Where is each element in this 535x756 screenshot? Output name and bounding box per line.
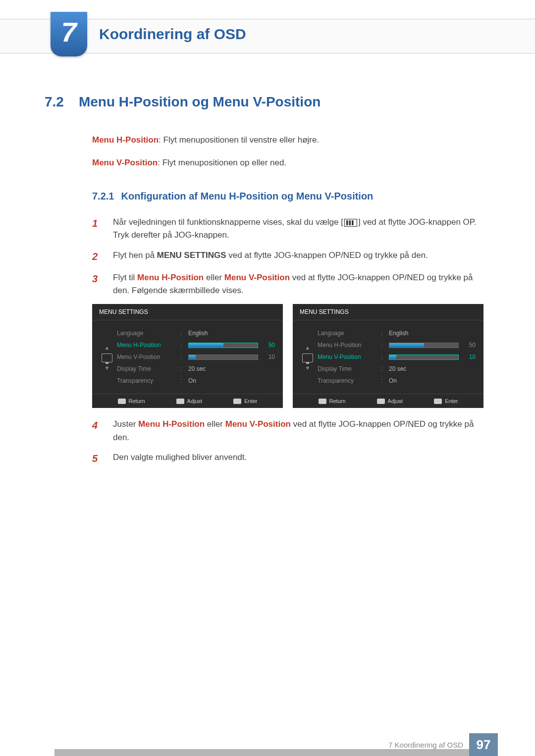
s3mid: eller xyxy=(204,273,224,282)
step-4: 4 Juster Menu H-Position eller Menu V-Po… xyxy=(92,418,490,444)
description-v-position: Menu V-Position: Flyt menupositionen op … xyxy=(92,156,490,169)
s4t2: Menu V-Position xyxy=(225,419,291,429)
osd-label-dtime: Display Time xyxy=(117,365,176,372)
osd-row-hpos: Menu H-Position : 50 xyxy=(117,339,275,351)
step-2: 2 Flyt hen på MENU SETTINGS ved at flytt… xyxy=(92,249,490,264)
step-2-text: Flyt hen på MENU SETTINGS ved at flytte … xyxy=(113,249,428,264)
down-arrow-icon: ▼ xyxy=(305,365,311,371)
osd-footer-return: Return xyxy=(319,398,346,404)
osd-slider-vpos: 10 xyxy=(389,354,476,360)
subsection-number: 7.2.1 xyxy=(92,191,114,202)
section-heading: 7.2 Menu H-Position og Menu V-Position xyxy=(45,94,490,110)
osd-title: MENU SETTINGS xyxy=(293,304,483,320)
osd-screenshots: MENU SETTINGS ▲ ▼ Language : English xyxy=(92,304,490,408)
osd-slider-hpos: 50 xyxy=(389,343,476,348)
osd-row-displaytime: Display Time : 20 sec xyxy=(318,363,476,375)
osd-row-language: Language : English xyxy=(318,327,476,339)
step-3: 3 Flyt til Menu H-Position eller Menu V-… xyxy=(92,271,490,298)
enter-icon xyxy=(434,399,442,404)
term-v-position: Menu V-Position xyxy=(92,158,158,167)
svg-rect-3 xyxy=(352,220,354,225)
osd-footer: Return Adjust Enter xyxy=(92,394,283,408)
osd-label-dtime: Display Time xyxy=(318,365,377,372)
osd-footer-adjust: Adjust xyxy=(176,398,203,404)
description-h-position: Menu H-Position: Flyt menupositionen til… xyxy=(92,134,490,147)
svg-rect-2 xyxy=(349,220,351,225)
s2term: MENU SETTINGS xyxy=(157,251,226,260)
step-number: 2 xyxy=(92,249,102,264)
osd-value-language: English xyxy=(389,330,408,337)
osd-row-vpos: Menu V-Position : 10 xyxy=(117,351,275,363)
osd-footer-return: Return xyxy=(118,398,145,404)
desc1-text: : Flyt menupositionen til venstre eller … xyxy=(159,135,319,145)
subsection-heading: 7.2.1Konfiguration af Menu H-Position og… xyxy=(92,191,490,202)
osd-label-trans: Transparency xyxy=(117,377,176,384)
osd-value-dtime: 20 sec xyxy=(389,365,406,372)
osd-value-hpos: 50 xyxy=(261,342,275,349)
section-number: 7.2 xyxy=(45,94,64,110)
osd-footer: Return Adjust Enter xyxy=(293,394,483,408)
step-number: 4 xyxy=(92,418,102,444)
step-5: 5 Den valgte mulighed bliver anvendt. xyxy=(92,451,490,466)
osd-label-language: Language xyxy=(117,330,176,337)
osd-row-hpos: Menu H-Position : 50 xyxy=(318,339,476,351)
footer-page-number: 97 xyxy=(469,733,498,756)
osd-footer-adjust: Adjust xyxy=(377,398,403,404)
adjust-icon xyxy=(377,399,385,404)
down-arrow-icon: ▼ xyxy=(105,365,110,371)
osd-slider-hpos: 50 xyxy=(188,343,275,348)
s3t2: Menu V-Position xyxy=(224,273,290,282)
osd-row-language: Language : English xyxy=(117,327,275,339)
menu-bars-icon xyxy=(344,219,357,227)
section-title: Menu H-Position og Menu V-Position xyxy=(79,94,321,110)
osd-label-vpos: Menu V-Position xyxy=(318,353,377,360)
osd-row-vpos: Menu V-Position : 10 xyxy=(318,351,476,363)
osd-panel-h: MENU SETTINGS ▲ ▼ Language : English xyxy=(92,304,283,408)
osd-value-vpos: 10 xyxy=(261,353,275,360)
s1a: Når vejledningen til funktionsknapperne … xyxy=(113,217,343,227)
page-footer: 7 Koordinering af OSD 97 xyxy=(388,733,498,756)
step-number: 1 xyxy=(92,216,102,242)
chapter-number-badge: 7 xyxy=(51,12,87,56)
osd-panel-v: MENU SETTINGS ▲ ▼ Language : English xyxy=(293,304,483,408)
return-icon xyxy=(118,399,126,404)
up-arrow-icon: ▲ xyxy=(305,345,311,351)
s3t1: Menu H-Position xyxy=(137,273,204,282)
osd-label-hpos: Menu H-Position xyxy=(318,342,377,349)
subsection-title: Konfiguration af Menu H-Position og Menu… xyxy=(121,191,373,202)
osd-label-language: Language xyxy=(318,330,377,337)
step-1: 1 Når vejledningen til funktionsknappern… xyxy=(92,216,490,242)
osd-value-trans: On xyxy=(188,377,196,384)
enter-icon xyxy=(233,399,241,404)
osd-title: MENU SETTINGS xyxy=(92,304,283,320)
s4t1: Menu H-Position xyxy=(138,419,205,429)
return-icon xyxy=(319,399,326,404)
step-number: 3 xyxy=(92,271,102,298)
desc2-text: : Flyt menupositionen op eller ned. xyxy=(158,158,286,167)
osd-label-trans: Transparency xyxy=(318,377,377,384)
osd-footer-enter: Enter xyxy=(233,398,257,404)
step-4-text: Juster Menu H-Position eller Menu V-Posi… xyxy=(113,418,490,444)
osd-row-displaytime: Display Time : 20 sec xyxy=(117,363,275,375)
step-3-text: Flyt til Menu H-Position eller Menu V-Po… xyxy=(113,271,490,298)
monitor-icon xyxy=(302,353,313,362)
osd-row-transparency: Transparency : On xyxy=(318,375,476,387)
s3a: Flyt til xyxy=(113,273,137,282)
osd-jog-indicator: ▲ ▼ xyxy=(298,327,318,387)
svg-rect-1 xyxy=(346,220,348,225)
term-h-position: Menu H-Position xyxy=(92,135,159,145)
steps-list: 1 Når vejledningen til funktionsknappern… xyxy=(92,216,490,297)
step-5-text: Den valgte mulighed bliver anvendt. xyxy=(113,451,247,466)
osd-footer-enter: Enter xyxy=(434,398,458,404)
monitor-icon xyxy=(102,353,112,362)
osd-value-language: English xyxy=(188,330,208,337)
footer-label: 7 Koordinering af OSD xyxy=(388,741,463,749)
osd-row-transparency: Transparency : On xyxy=(117,375,275,387)
s2a: Flyt hen på xyxy=(113,251,157,260)
osd-value-vpos: 10 xyxy=(462,353,476,360)
steps-list-2: 4 Juster Menu H-Position eller Menu V-Po… xyxy=(92,418,490,466)
osd-label-hpos: Menu H-Position xyxy=(117,342,176,349)
osd-value-hpos: 50 xyxy=(462,342,476,349)
osd-slider-vpos: 10 xyxy=(188,354,275,360)
osd-value-dtime: 20 sec xyxy=(188,365,206,372)
